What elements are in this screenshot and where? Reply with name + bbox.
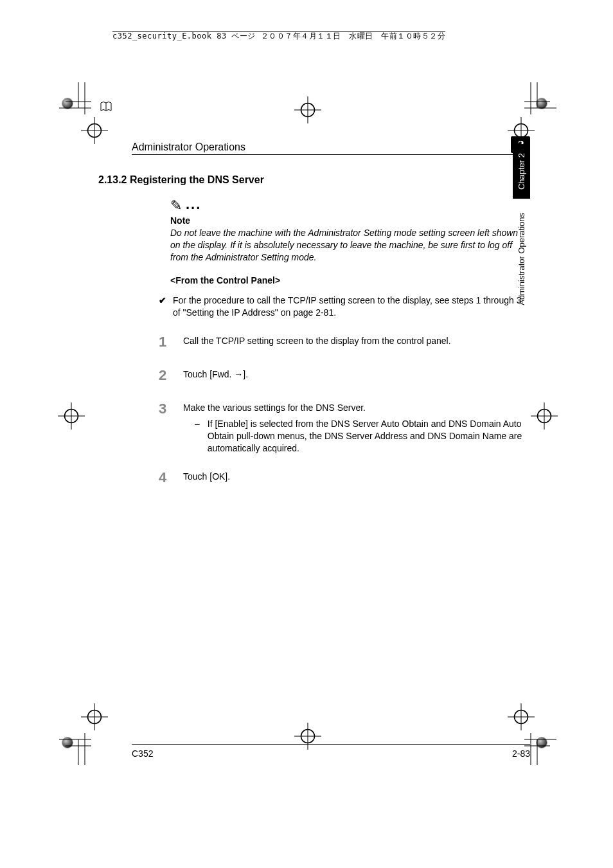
footer-page-number: 2-83 <box>512 748 530 759</box>
sub-heading: <From the Control Panel> <box>170 275 530 285</box>
crop-corner-icon <box>46 82 91 127</box>
step-text: Touch [OK]. <box>183 468 530 487</box>
step-number: 3 <box>159 399 169 455</box>
footer-model: C352 <box>132 748 153 759</box>
header-title: Administrator Operations <box>132 141 245 153</box>
note-label: Note <box>170 215 530 226</box>
side-tabs: Chapter 2 Administrator Operations <box>513 144 530 314</box>
page-content: Administrator Operations 2 2.13.2 Regist… <box>87 77 530 759</box>
step-sub-item: – If [Enable] is selected from the DNS S… <box>195 418 530 455</box>
step-3: 3 Make the various settings for the DNS … <box>159 399 530 455</box>
side-tab-chapter: Chapter 2 <box>513 144 530 199</box>
crop-corner-icon <box>524 720 569 765</box>
step-number: 4 <box>159 468 169 487</box>
step-4: 4 Touch [OK]. <box>159 468 530 487</box>
checkmark-icon: ✔ <box>159 294 166 319</box>
step-2: 2 Touch [Fwd. →]. <box>159 366 530 385</box>
dash-icon: – <box>195 418 200 455</box>
bullet-text: For the procedure to call the TCP/IP set… <box>173 294 530 319</box>
registration-mark-icon <box>531 402 558 429</box>
step-number: 1 <box>159 332 169 352</box>
bullet-item: ✔ For the procedure to call the TCP/IP s… <box>159 294 530 319</box>
step-number: 2 <box>159 366 169 385</box>
side-tab-label: Administrator Operations <box>513 204 530 314</box>
step-1: 1 Call the TCP/IP setting screen to the … <box>159 332 530 352</box>
note-text: Do not leave the machine with the Admini… <box>170 227 530 264</box>
registration-mark-icon <box>58 402 85 429</box>
section-heading: 2.13.2 Registering the DNS Server <box>98 174 530 186</box>
crop-corner-icon <box>524 82 569 127</box>
crop-corner-icon <box>46 720 91 765</box>
step-sub-text: If [Enable] is selected from the DNS Ser… <box>208 418 530 455</box>
step-text: Touch [Fwd. →]. <box>183 366 530 385</box>
page-footer: C352 2-83 <box>132 744 530 759</box>
note-block: ✎ ... Note Do not leave the machine with… <box>170 197 530 264</box>
print-header: c352_security_E.book 83 ページ ２００７年４月１１日 水… <box>112 31 445 42</box>
page-header: Administrator Operations 2 <box>132 136 530 155</box>
pencil-icon: ✎ <box>170 197 182 214</box>
step-text: Make the various settings for the DNS Se… <box>183 402 530 414</box>
dots-icon: ... <box>186 201 201 208</box>
step-text: Call the TCP/IP setting screen to the di… <box>183 332 530 352</box>
print-header-text: c352_security_E.book 83 ページ ２００７年４月１１日 水… <box>112 32 445 41</box>
